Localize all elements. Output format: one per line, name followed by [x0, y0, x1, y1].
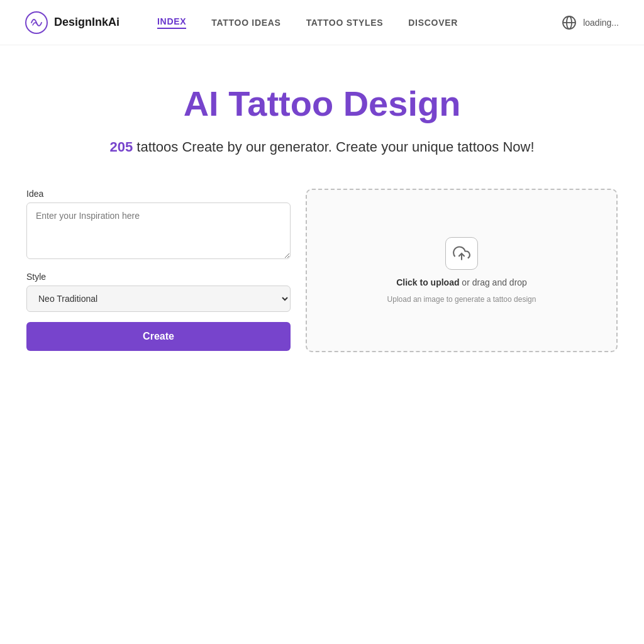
idea-field: Idea — [26, 189, 291, 262]
tattoo-count: 205 — [109, 139, 133, 155]
subtitle-text: tattoos Create by our generator. Create … — [136, 139, 534, 155]
left-panel: Idea Style Neo Traditional Traditional R… — [26, 189, 291, 351]
upload-click-text: Click to upload — [396, 277, 459, 287]
upload-icon-container — [445, 237, 478, 270]
globe-icon[interactable] — [562, 15, 577, 30]
upload-icon — [453, 245, 470, 262]
header: DesignInkAi INDEX TATTOO IDEAS TATTOO ST… — [0, 0, 644, 45]
logo-link[interactable]: DesignInkAi — [25, 11, 119, 34]
idea-label: Idea — [26, 189, 291, 199]
nav-discover[interactable]: DISCOVER — [408, 18, 458, 28]
nav-index[interactable]: INDEX — [157, 16, 186, 29]
idea-input[interactable] — [26, 203, 291, 259]
style-label: Style — [26, 272, 291, 282]
loading-text: loading... — [583, 18, 619, 28]
nav-tattoo-ideas[interactable]: TATTOO IDEAS — [211, 18, 280, 28]
upload-area[interactable]: Click to upload or drag and drop Upload … — [306, 189, 618, 352]
upload-sub-text: Upload an image to generate a tattoo des… — [387, 295, 536, 304]
upload-main-text: Click to upload or drag and drop — [396, 277, 527, 287]
upload-or-text: or drag and drop — [459, 277, 526, 287]
nav-tattoo-styles[interactable]: TATTOO STYLES — [306, 18, 384, 28]
hero-subtitle: 205 tattoos Create by our generator. Cre… — [109, 136, 534, 157]
hero-title: AI Tattoo Design — [184, 83, 461, 124]
main-content: AI Tattoo Design 205 tattoos Create by o… — [0, 45, 644, 377]
create-button[interactable]: Create — [26, 322, 291, 351]
header-right: loading... — [562, 15, 619, 30]
logo-text: DesignInkAi — [54, 16, 119, 29]
main-nav: INDEX TATTOO IDEAS TATTOO STYLES DISCOVE… — [157, 16, 562, 29]
logo-icon — [25, 11, 48, 34]
style-field: Style Neo Traditional Traditional Realis… — [26, 272, 291, 312]
style-select[interactable]: Neo Traditional Traditional Realism Wate… — [26, 286, 291, 312]
form-container: Idea Style Neo Traditional Traditional R… — [26, 189, 618, 352]
